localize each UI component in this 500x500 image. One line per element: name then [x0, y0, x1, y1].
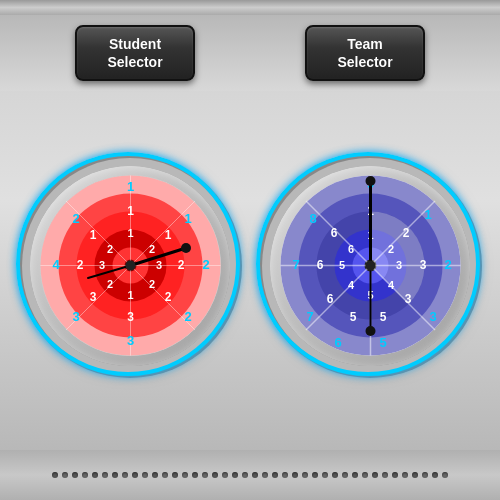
- svg-text:3: 3: [404, 292, 411, 306]
- svg-text:3: 3: [155, 259, 161, 271]
- selectors-row: StudentSelector TeamSelector: [0, 15, 500, 91]
- dot: [442, 472, 448, 478]
- dials-row: 1 1 2 2 3 3 4 2 1 1 2 2 3 3 2 1 1 2: [0, 91, 500, 450]
- svg-text:2: 2: [402, 226, 409, 240]
- svg-point-79: [365, 176, 375, 186]
- dot: [102, 472, 108, 478]
- svg-text:1: 1: [127, 227, 133, 239]
- dot: [72, 472, 78, 478]
- dot: [392, 472, 398, 478]
- svg-text:2: 2: [76, 258, 83, 272]
- svg-text:5: 5: [379, 335, 386, 350]
- svg-text:1: 1: [184, 211, 191, 226]
- svg-text:6: 6: [347, 243, 353, 255]
- dot: [62, 472, 68, 478]
- dot: [142, 472, 148, 478]
- svg-text:4: 4: [347, 279, 354, 291]
- svg-point-80: [365, 326, 375, 336]
- svg-text:2: 2: [444, 257, 451, 272]
- dot: [122, 472, 128, 478]
- dot: [152, 472, 158, 478]
- dot: [182, 472, 188, 478]
- svg-text:5: 5: [349, 310, 356, 324]
- svg-text:6: 6: [326, 292, 333, 306]
- svg-text:2: 2: [148, 278, 154, 290]
- dot: [362, 472, 368, 478]
- dot: [252, 472, 258, 478]
- svg-text:1: 1: [127, 289, 133, 301]
- svg-text:1: 1: [126, 179, 133, 194]
- svg-text:3: 3: [429, 309, 436, 324]
- dot: [302, 472, 308, 478]
- dot: [332, 472, 338, 478]
- dot: [162, 472, 168, 478]
- svg-text:4: 4: [52, 257, 60, 272]
- student-selector-button[interactable]: StudentSelector: [75, 25, 194, 81]
- svg-text:7: 7: [306, 309, 313, 324]
- svg-text:2: 2: [72, 211, 79, 226]
- dot: [202, 472, 208, 478]
- dot: [192, 472, 198, 478]
- svg-text:7: 7: [292, 257, 299, 272]
- student-selector-label: StudentSelector: [107, 36, 162, 70]
- dot: [272, 472, 278, 478]
- svg-text:6: 6: [330, 226, 337, 240]
- dot: [232, 472, 238, 478]
- dot: [312, 472, 318, 478]
- svg-text:6: 6: [316, 258, 323, 272]
- main-container: StudentSelector TeamSelector: [0, 0, 500, 500]
- dot: [412, 472, 418, 478]
- dot: [212, 472, 218, 478]
- dot: [82, 472, 88, 478]
- svg-text:3: 3: [72, 309, 79, 324]
- dot: [172, 472, 178, 478]
- team-dial-housing[interactable]: 9 1 2 3 5 6 7 7 8 1 2 3 3 5 5 6 6 6: [270, 166, 470, 366]
- dot: [382, 472, 388, 478]
- svg-text:4: 4: [387, 279, 394, 291]
- student-dial-svg: 1 1 2 2 3 3 4 2 1 1 2 2 3 3 2 1 1 2: [38, 173, 223, 358]
- svg-text:3: 3: [126, 333, 133, 348]
- dot: [432, 472, 438, 478]
- svg-text:2: 2: [148, 243, 154, 255]
- dot: [262, 472, 268, 478]
- student-dial-housing[interactable]: 1 1 2 2 3 3 4 2 1 1 2 2 3 3 2 1 1 2: [30, 166, 230, 366]
- dot: [282, 472, 288, 478]
- dot: [322, 472, 328, 478]
- dot: [402, 472, 408, 478]
- dot: [372, 472, 378, 478]
- svg-text:3: 3: [127, 310, 134, 324]
- svg-text:3: 3: [98, 259, 104, 271]
- svg-text:1: 1: [127, 204, 134, 218]
- svg-text:2: 2: [106, 278, 112, 290]
- svg-point-37: [125, 261, 135, 271]
- team-selector-label: TeamSelector: [337, 36, 392, 70]
- svg-text:3: 3: [395, 259, 401, 271]
- dot: [222, 472, 228, 478]
- svg-text:2: 2: [177, 258, 184, 272]
- svg-text:5: 5: [379, 310, 386, 324]
- dot: [422, 472, 428, 478]
- dot: [112, 472, 118, 478]
- svg-text:1: 1: [89, 228, 96, 242]
- svg-point-78: [365, 261, 375, 271]
- svg-point-38: [181, 243, 191, 253]
- bottom-strip: [0, 450, 500, 500]
- team-dial-svg: 9 1 2 3 5 6 7 7 8 1 2 3 3 5 5 6 6 6: [278, 173, 463, 358]
- dot: [292, 472, 298, 478]
- svg-text:1: 1: [424, 207, 431, 222]
- svg-text:2: 2: [387, 243, 393, 255]
- svg-text:5: 5: [338, 259, 344, 271]
- dot: [352, 472, 358, 478]
- svg-text:3: 3: [419, 258, 426, 272]
- svg-text:2: 2: [164, 290, 171, 304]
- svg-text:2: 2: [202, 257, 209, 272]
- dot: [132, 472, 138, 478]
- dot: [342, 472, 348, 478]
- dot: [52, 472, 58, 478]
- dot: [92, 472, 98, 478]
- team-selector-button[interactable]: TeamSelector: [305, 25, 424, 81]
- svg-text:8: 8: [309, 211, 316, 226]
- svg-text:3: 3: [89, 290, 96, 304]
- svg-text:2: 2: [106, 243, 112, 255]
- top-strip: [0, 0, 500, 15]
